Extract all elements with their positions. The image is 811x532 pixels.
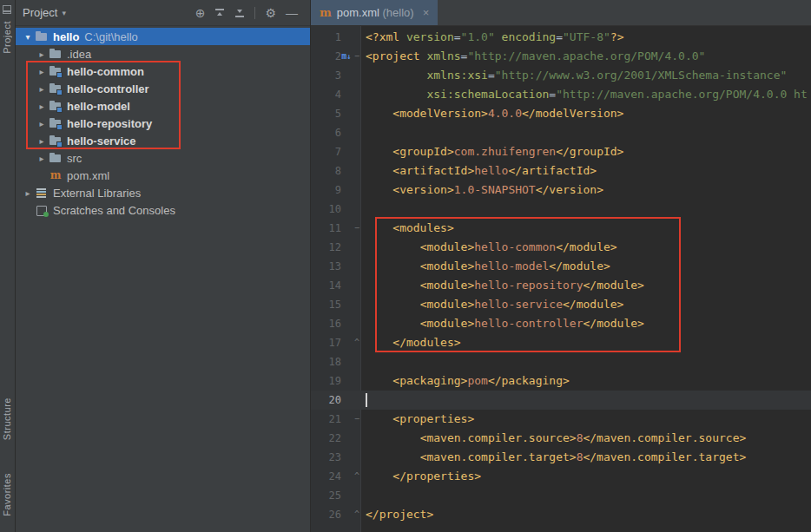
tree-item-label: pom.xml bbox=[67, 169, 109, 182]
gear-icon[interactable]: ⚙ bbox=[265, 7, 276, 19]
project-panel-toolbar: ⊕ ⚙ — bbox=[195, 7, 303, 19]
tree-item-external-libraries[interactable]: ▸External Libraries bbox=[16, 184, 310, 201]
maven-reimport-icon[interactable]: m↓ bbox=[341, 47, 352, 66]
code-line-26[interactable]: 26^</project> bbox=[311, 505, 811, 524]
tab-pom-xml[interactable]: m pom.xml (hello) × bbox=[311, 0, 438, 25]
code-line-12[interactable]: 12 <module>hello-common</module> bbox=[311, 238, 811, 257]
line-number: 13 bbox=[311, 257, 341, 276]
editor-area: m pom.xml (hello) × 1<?xml version="1.0"… bbox=[311, 0, 811, 532]
code-line-9[interactable]: 9 <version>1.0-SNAPSHOT</version> bbox=[311, 181, 811, 200]
fold-start-icon[interactable]: − bbox=[352, 410, 362, 429]
gutter: 6 bbox=[311, 123, 362, 142]
editor-body[interactable]: 1<?xml version="1.0" encoding="UTF-8"?>2… bbox=[311, 26, 811, 532]
code-line-18[interactable]: 18 bbox=[311, 352, 811, 371]
project-panel-header: Project ▾ ⊕ ⚙ — bbox=[16, 0, 310, 26]
code-line-1[interactable]: 1<?xml version="1.0" encoding="UTF-8"?> bbox=[311, 28, 811, 47]
code-line-3[interactable]: 3 xmlns:xsi="http://www.w3.org/2001/XMLS… bbox=[311, 66, 811, 85]
gutter: 20 bbox=[311, 391, 362, 410]
code-line-24[interactable]: 24^ </properties> bbox=[311, 467, 811, 486]
code-line-15[interactable]: 15 <module>hello-service</module> bbox=[311, 295, 811, 314]
code-line-25[interactable]: 25 bbox=[311, 486, 811, 505]
fold-start-icon[interactable]: − bbox=[352, 219, 362, 238]
line-number: 17 bbox=[311, 333, 341, 352]
line-number: 10 bbox=[311, 200, 341, 219]
code-line-7[interactable]: 7 <groupId>com.zhuifengren</groupId> bbox=[311, 142, 811, 161]
chevron-right-icon[interactable]: ▸ bbox=[35, 136, 49, 146]
fold-end-icon[interactable]: ^ bbox=[352, 467, 362, 486]
fold-start-icon[interactable]: − bbox=[352, 47, 362, 66]
chevron-right-icon[interactable]: ▸ bbox=[35, 102, 49, 111]
line-number: 5 bbox=[311, 104, 341, 123]
tree-item-scratches-and-consoles[interactable]: Scratches and Consoles bbox=[16, 201, 310, 219]
fold-end-icon[interactable]: ^ bbox=[352, 505, 362, 524]
project-view-dropdown[interactable]: Project bbox=[23, 6, 57, 19]
tree-item-hello-controller[interactable]: ▸hello-controller bbox=[16, 80, 310, 97]
code-line-2[interactable]: 2m↓−<project xmlns="http://maven.apache.… bbox=[311, 47, 811, 66]
tree-item-label: hello-common bbox=[67, 65, 144, 78]
line-number: 15 bbox=[311, 295, 341, 314]
fold-end-icon[interactable]: ^ bbox=[352, 333, 362, 352]
gutter: 11− bbox=[311, 219, 362, 238]
chevron-right-icon[interactable]: ▸ bbox=[35, 154, 49, 163]
code-line-17[interactable]: 17^ </modules> bbox=[311, 333, 811, 352]
tree-item-hello-common[interactable]: ▸hello-common bbox=[16, 62, 310, 80]
collapse-all-icon[interactable] bbox=[214, 8, 225, 18]
tree-item-hello[interactable]: ▾helloC:\git\hello bbox=[16, 28, 310, 45]
close-icon[interactable]: × bbox=[423, 6, 430, 19]
line-number: 11 bbox=[311, 219, 341, 238]
code-text: xsi:schemaLocation="http://maven.apache.… bbox=[362, 85, 808, 104]
line-number: 22 bbox=[311, 429, 341, 448]
code-text: <modelVersion>4.0.0</modelVersion> bbox=[362, 104, 623, 123]
chevron-right-icon[interactable]: ▸ bbox=[35, 84, 49, 94]
stripe-button-project[interactable]: Project bbox=[2, 21, 12, 54]
code-line-22[interactable]: 22 <maven.compiler.source>8</maven.compi… bbox=[311, 429, 811, 448]
code-line-10[interactable]: 10 bbox=[311, 200, 811, 219]
stripe-button-structure[interactable]: Structure bbox=[2, 397, 12, 440]
chevron-right-icon[interactable]: ▸ bbox=[21, 188, 35, 198]
tree-item-label: Scratches and Consoles bbox=[53, 204, 175, 217]
code-line-6[interactable]: 6 bbox=[311, 123, 811, 142]
code-line-21[interactable]: 21− <properties> bbox=[311, 410, 811, 429]
tree-item-hello-repository[interactable]: ▸hello-repository bbox=[16, 115, 310, 132]
line-number: 18 bbox=[311, 352, 341, 371]
hide-panel-icon[interactable]: — bbox=[286, 7, 298, 19]
maven-file-icon: m bbox=[320, 6, 332, 19]
code-line-11[interactable]: 11− <modules> bbox=[311, 219, 811, 238]
code-line-23[interactable]: 23 <maven.compiler.target>8</maven.compi… bbox=[311, 448, 811, 467]
gutter: 3 bbox=[311, 66, 362, 85]
tree-item-hello-model[interactable]: ▸hello-model bbox=[16, 97, 310, 115]
tree-item-hello-service[interactable]: ▸hello-service bbox=[16, 132, 310, 149]
tree-item-pom-xml[interactable]: mpom.xml bbox=[16, 167, 310, 184]
expand-all-icon[interactable] bbox=[234, 8, 245, 18]
chevron-right-icon[interactable]: ▸ bbox=[35, 67, 49, 76]
tree-item-idea[interactable]: ▸.idea bbox=[16, 45, 310, 62]
chevron-right-icon[interactable]: ▸ bbox=[35, 119, 49, 128]
module-badge bbox=[56, 141, 63, 148]
folder-icon bbox=[49, 48, 63, 61]
text-caret bbox=[366, 393, 367, 407]
code-text: <packaging>pom</packaging> bbox=[362, 371, 570, 391]
line-number: 19 bbox=[311, 371, 341, 391]
chevron-down-icon[interactable]: ▾ bbox=[21, 32, 35, 42]
code-line-14[interactable]: 14 <module>hello-repository</module> bbox=[311, 276, 811, 295]
code-line-4[interactable]: 4 xsi:schemaLocation="http://maven.apach… bbox=[311, 85, 811, 104]
line-number: 3 bbox=[311, 66, 341, 85]
editor-lines: 1<?xml version="1.0" encoding="UTF-8"?>2… bbox=[311, 28, 811, 524]
code-line-5[interactable]: 5 <modelVersion>4.0.0</modelVersion> bbox=[311, 104, 811, 123]
tree-item-src[interactable]: ▸src bbox=[16, 149, 310, 167]
line-number: 16 bbox=[311, 314, 341, 333]
chevron-right-icon[interactable]: ▸ bbox=[35, 49, 49, 59]
locate-file-icon[interactable]: ⊕ bbox=[195, 7, 206, 19]
line-number: 23 bbox=[311, 448, 341, 467]
code-text: </modules> bbox=[362, 333, 461, 352]
code-line-19[interactable]: 19 <packaging>pom</packaging> bbox=[311, 371, 811, 391]
code-line-8[interactable]: 8 <artifactId>hello</artifactId> bbox=[311, 161, 811, 181]
stripe-button-favorites[interactable]: Favorites bbox=[2, 473, 12, 516]
code-line-13[interactable]: 13 <module>hello-model</module> bbox=[311, 257, 811, 276]
code-text: <artifactId>hello</artifactId> bbox=[362, 161, 597, 181]
code-line-20[interactable]: 20 bbox=[311, 391, 811, 410]
tree-item-label: hello bbox=[53, 30, 79, 43]
gutter: 18 bbox=[311, 352, 362, 371]
code-line-16[interactable]: 16 <module>hello-controller</module> bbox=[311, 314, 811, 333]
line-number: 9 bbox=[311, 181, 341, 200]
